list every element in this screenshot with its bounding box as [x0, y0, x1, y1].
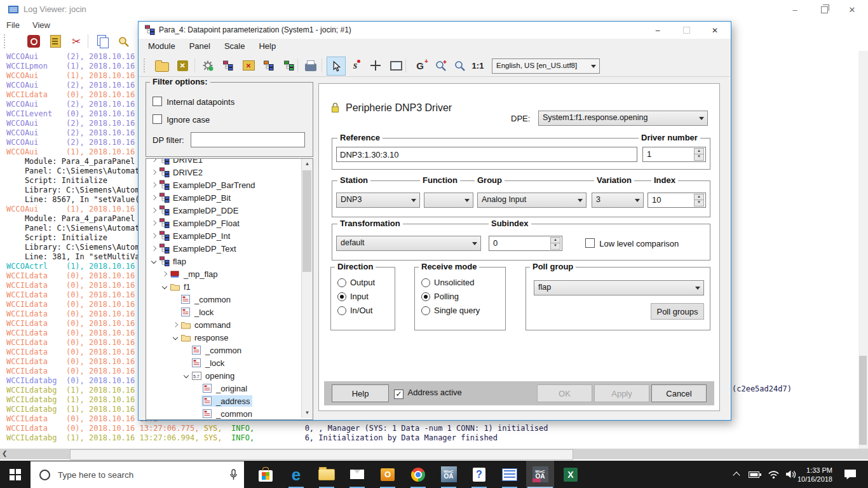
- exit-icon[interactable]: ✕: [174, 57, 191, 74]
- zoom-out-icon[interactable]: [451, 57, 468, 74]
- tree-item-lock[interactable]: _lock: [146, 306, 301, 318]
- wifi-icon[interactable]: [768, 461, 780, 488]
- chevron-right-icon[interactable]: [149, 208, 158, 212]
- reference-input[interactable]: [336, 147, 637, 162]
- checkbox-box[interactable]: [585, 238, 595, 248]
- tree-item-DRIVE2[interactable]: DRIVE2: [146, 166, 301, 179]
- direction-output-radio[interactable]: Output: [337, 278, 375, 287]
- toolbar-handle[interactable]: [4, 34, 5, 48]
- lv-menu-file[interactable]: File: [0, 19, 26, 31]
- chevron-right-icon[interactable]: [149, 170, 158, 174]
- dialog-close-button[interactable]: ✕: [704, 24, 726, 37]
- spin-down-icon[interactable]: ▼: [694, 200, 704, 207]
- tree-item-common[interactable]: _common: [146, 407, 301, 420]
- log-vertical-scrollbar[interactable]: [858, 51, 868, 449]
- settings-icon[interactable]: [200, 57, 216, 74]
- scrollbar-thumb[interactable]: [70, 449, 573, 460]
- search-icon[interactable]: [115, 33, 132, 50]
- rect-select-tool-icon[interactable]: [388, 57, 404, 74]
- tree-item-response[interactable]: response: [146, 331, 301, 344]
- tree-item-mp_flap[interactable]: _mp_flap: [146, 268, 301, 280]
- taskbar-help-viewer-icon[interactable]: ?: [465, 461, 493, 488]
- spin-down-icon[interactable]: ▼: [550, 243, 560, 250]
- scroll-left-arrow-icon[interactable]: ❮: [2, 450, 7, 457]
- taskbar-wincc-oa-para-icon[interactable]: WinCOA: [526, 461, 554, 488]
- taskbar-clock[interactable]: 1:33 PM 10/16/2018: [793, 461, 832, 488]
- chevron-down-icon[interactable]: [170, 336, 180, 339]
- para-tree-icon[interactable]: [220, 57, 236, 74]
- taskbar-wincc-oa-icon[interactable]: WinCOA: [435, 461, 463, 488]
- chevron-right-icon[interactable]: [149, 158, 158, 161]
- scrollbar-thumb[interactable]: [302, 170, 311, 272]
- chevron-right-icon[interactable]: [149, 196, 158, 200]
- lv-menu-view[interactable]: View: [26, 19, 57, 31]
- tree-item-ExampleDP_BarTrend[interactable]: ExampleDP_BarTrend: [146, 179, 301, 191]
- distribution-tree-icon[interactable]: [261, 57, 277, 74]
- tree-item-command[interactable]: command: [146, 318, 301, 331]
- taskbar-edge-icon[interactable]: e: [282, 461, 310, 488]
- taskbar-search[interactable]: Type here to search: [31, 461, 244, 488]
- lv-close-button[interactable]: ✕: [837, 0, 867, 19]
- transformation-combobox[interactable]: default: [336, 236, 481, 251]
- tree-item-ExampleDP_Float[interactable]: ExampleDP_Float: [146, 217, 301, 229]
- dp-filter-input[interactable]: [191, 132, 305, 147]
- tree-item-f1[interactable]: f1: [146, 280, 301, 293]
- receive-polling-radio[interactable]: Polling: [421, 292, 459, 301]
- grid-tool-icon[interactable]: G: [412, 57, 428, 74]
- taskbar-file-explorer-icon[interactable]: [313, 461, 341, 488]
- poll-groups-button[interactable]: Poll groups: [651, 303, 704, 320]
- taskbar-mail-icon[interactable]: [343, 461, 371, 488]
- chevron-down-icon[interactable]: [181, 374, 191, 377]
- station-combobox[interactable]: DNP3: [336, 193, 420, 208]
- dialog-maximize-button[interactable]: [675, 24, 697, 37]
- stop-manager-icon[interactable]: [25, 33, 42, 50]
- tree-item-common[interactable]: _common: [146, 293, 301, 306]
- language-combobox[interactable]: English, US [en_US.utf8]: [492, 58, 600, 74]
- direction-inout-radio[interactable]: In/Out: [337, 306, 372, 315]
- lv-minimize-button[interactable]: –: [780, 0, 810, 19]
- scrollbar-thumb[interactable]: [859, 356, 867, 445]
- chevron-right-icon[interactable]: [149, 234, 158, 238]
- dialog-menu-help[interactable]: Help: [252, 39, 283, 53]
- tray-chevron-up-icon[interactable]: [734, 461, 739, 488]
- index-spinner[interactable]: 10 ▲ ▼: [648, 193, 706, 208]
- apply-button[interactable]: Apply: [594, 384, 649, 402]
- chevron-down-icon[interactable]: [159, 285, 169, 288]
- start-button[interactable]: [0, 461, 31, 488]
- function-combobox[interactable]: [424, 193, 473, 208]
- taskbar-store-icon[interactable]: [252, 461, 280, 488]
- ok-button[interactable]: OK: [537, 384, 592, 402]
- checkbox-box[interactable]: [153, 97, 162, 106]
- dpe-combobox[interactable]: System1:f1.response.opening: [538, 111, 708, 126]
- print-icon[interactable]: [302, 57, 319, 74]
- taskbar-outlook-icon[interactable]: O: [374, 461, 402, 488]
- dialog-minimize-button[interactable]: –: [647, 24, 668, 37]
- tree-item-opening[interactable]: 5.7opening: [146, 369, 301, 382]
- redundancy-tree-icon[interactable]: [281, 57, 297, 74]
- taskbar-module-table-icon[interactable]: [496, 461, 524, 488]
- log-horizontal-scrollbar[interactable]: ❮: [0, 449, 868, 459]
- lv-restore-button[interactable]: [810, 0, 839, 19]
- pointer-tool-icon[interactable]: [327, 57, 346, 76]
- receive-single-query-radio[interactable]: Single query: [421, 306, 480, 315]
- tree-item-lock[interactable]: _lock: [146, 356, 301, 369]
- dialog-menu-scale[interactable]: Scale: [217, 39, 252, 53]
- tree-item-ExampleDP_DDE[interactable]: ExampleDP_DDE: [146, 204, 301, 217]
- tree-item-DRIVE1[interactable]: DRIVE1: [146, 158, 301, 166]
- tree-item-flap[interactable]: flap: [146, 255, 301, 268]
- low-level-comparison-checkbox[interactable]: Low level comparison: [585, 238, 679, 248]
- tree-scrollbar[interactable]: ▲ ▼: [301, 159, 313, 418]
- help-button[interactable]: Help: [332, 384, 389, 402]
- chevron-right-icon[interactable]: [149, 221, 158, 225]
- cancel-button[interactable]: Cancel: [651, 384, 707, 402]
- microphone-icon[interactable]: [229, 469, 238, 484]
- chevron-right-icon[interactable]: [149, 247, 158, 250]
- direction-input-radio[interactable]: Input: [337, 292, 369, 301]
- zoom-1to1-icon[interactable]: 1:1: [470, 57, 486, 74]
- scroll-up-arrow-icon[interactable]: ▲: [302, 159, 313, 169]
- chevron-right-icon[interactable]: [159, 272, 169, 276]
- copy-icon[interactable]: [95, 33, 111, 50]
- action-center-icon[interactable]: 4: [844, 461, 868, 488]
- battery-icon[interactable]: [749, 461, 762, 488]
- system-tools-icon[interactable]: ✕: [240, 57, 257, 74]
